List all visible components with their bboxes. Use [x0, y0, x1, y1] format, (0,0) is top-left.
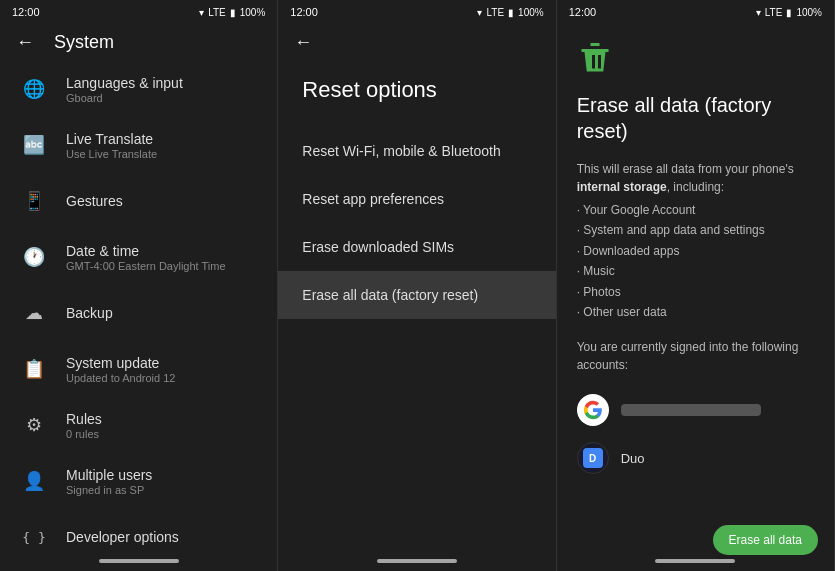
erase-description: This will erase all data from your phone… — [577, 160, 814, 196]
system-topbar: ← System — [0, 24, 277, 61]
live-translate-sublabel: Use Live Translate — [66, 148, 261, 160]
developer-options-text: Developer options — [66, 529, 261, 545]
back-button-1[interactable]: ← — [16, 32, 34, 53]
erase-all-data-item[interactable]: Erase all data (factory reset) — [278, 271, 555, 319]
languages-sublabel: Gboard — [66, 92, 261, 104]
signed-in-title: You are currently signed into the follow… — [577, 338, 814, 374]
system-settings-panel: 12:00 ▾ LTE ▮ 100% ← System 🌐 Languages … — [0, 0, 278, 571]
gestures-label: Gestures — [66, 193, 261, 209]
backup-text: Backup — [66, 305, 261, 321]
time-3: 12:00 — [569, 6, 597, 18]
time-2: 12:00 — [290, 6, 318, 18]
battery-level-3: 100% — [796, 7, 822, 18]
battery-icon-2: ▮ — [508, 7, 514, 18]
erase-list-item-1: · System and app data and settings — [577, 220, 814, 240]
erase-list-item-3: · Music — [577, 261, 814, 281]
signal-icon: LTE — [208, 7, 226, 18]
battery-level-2: 100% — [518, 7, 544, 18]
backup-label: Backup — [66, 305, 261, 321]
reset-options-title: Reset options — [278, 61, 555, 127]
multiple-users-label: Multiple users — [66, 467, 261, 483]
trash-icon-container — [577, 40, 814, 80]
settings-item-system-update[interactable]: 📋 System update Updated to Android 12 — [0, 341, 277, 397]
settings-list: 🌐 Languages & input Gboard 🔤 Live Transl… — [0, 61, 277, 551]
status-bar-3: 12:00 ▾ LTE ▮ 100% — [557, 0, 834, 24]
erase-desc-before: This will erase all data from your phone… — [577, 162, 794, 176]
multiple-users-sublabel: Signed in as SP — [66, 484, 261, 496]
duo-account-item: D Duo — [577, 434, 814, 482]
wifi-icon: ▾ — [199, 7, 204, 18]
reset-wifi-item[interactable]: Reset Wi-Fi, mobile & Bluetooth — [278, 127, 555, 175]
erase-list-item-4: · Photos — [577, 282, 814, 302]
rules-sublabel: 0 rules — [66, 428, 261, 440]
google-account-name — [621, 404, 761, 416]
wifi-icon-2: ▾ — [477, 7, 482, 18]
date-time-icon: 🕐 — [16, 239, 52, 275]
duo-logo: D — [577, 442, 609, 474]
settings-item-live-translate[interactable]: 🔤 Live Translate Use Live Translate — [0, 117, 277, 173]
live-translate-icon: 🔤 — [16, 127, 52, 163]
nav-indicator-3 — [655, 559, 735, 563]
system-update-sublabel: Updated to Android 12 — [66, 372, 261, 384]
status-bar-2: 12:00 ▾ LTE ▮ 100% — [278, 0, 555, 24]
erase-all-data-button[interactable]: Erase all data — [713, 525, 818, 555]
signal-icon-2: LTE — [486, 7, 504, 18]
settings-item-date-time[interactable]: 🕐 Date & time GMT-4:00 Eastern Daylight … — [0, 229, 277, 285]
google-account-item — [577, 386, 814, 434]
date-time-sublabel: GMT-4:00 Eastern Daylight Time — [66, 260, 261, 272]
multiple-users-text: Multiple users Signed in as SP — [66, 467, 261, 496]
multiple-users-icon: 👤 — [16, 463, 52, 499]
languages-icon: 🌐 — [16, 71, 52, 107]
reset-topbar: ← — [278, 24, 555, 61]
languages-text: Languages & input Gboard — [66, 75, 261, 104]
rules-label: Rules — [66, 411, 261, 427]
erase-desc-after: , including: — [667, 180, 724, 194]
duo-icon: D — [583, 448, 603, 468]
settings-item-multiple-users[interactable]: 👤 Multiple users Signed in as SP — [0, 453, 277, 509]
rules-text: Rules 0 rules — [66, 411, 261, 440]
reset-options-list: Reset Wi-Fi, mobile & Bluetooth Reset ap… — [278, 127, 555, 551]
settings-item-rules[interactable]: ⚙ Rules 0 rules — [0, 397, 277, 453]
erase-desc-bold: internal storage — [577, 180, 667, 194]
reset-app-preferences-item[interactable]: Reset app preferences — [278, 175, 555, 223]
rules-icon: ⚙ — [16, 407, 52, 443]
battery-icon: ▮ — [230, 7, 236, 18]
status-icons-3: ▾ LTE ▮ 100% — [756, 7, 822, 18]
reset-app-preferences-label: Reset app preferences — [302, 191, 444, 207]
erase-list-item-5: · Other user data — [577, 302, 814, 322]
languages-label: Languages & input — [66, 75, 261, 91]
backup-icon: ☁ — [16, 295, 52, 331]
google-g-icon — [583, 400, 603, 420]
date-time-label: Date & time — [66, 243, 261, 259]
erase-list-item-0: · Your Google Account — [577, 200, 814, 220]
system-update-icon: 📋 — [16, 351, 52, 387]
back-button-2[interactable]: ← — [294, 32, 312, 53]
erase-title: Erase all data (factory reset) — [577, 92, 814, 144]
developer-options-icon: { } — [16, 519, 52, 551]
nav-indicator-1 — [99, 559, 179, 563]
nav-indicator-2 — [377, 559, 457, 563]
trash-icon — [577, 40, 613, 76]
erase-content: Erase all data (factory reset) This will… — [557, 24, 834, 551]
erase-all-data-panel: 12:00 ▾ LTE ▮ 100% Erase all data (facto… — [557, 0, 835, 571]
erase-sims-item[interactable]: Erase downloaded SIMs — [278, 223, 555, 271]
duo-label: Duo — [621, 451, 645, 466]
settings-item-languages[interactable]: 🌐 Languages & input Gboard — [0, 61, 277, 117]
wifi-icon-3: ▾ — [756, 7, 761, 18]
status-icons-2: ▾ LTE ▮ 100% — [477, 7, 543, 18]
system-title: System — [54, 32, 114, 53]
live-translate-label: Live Translate — [66, 131, 261, 147]
settings-item-backup[interactable]: ☁ Backup — [0, 285, 277, 341]
settings-item-gestures[interactable]: 📱 Gestures — [0, 173, 277, 229]
live-translate-text: Live Translate Use Live Translate — [66, 131, 261, 160]
developer-options-label: Developer options — [66, 529, 261, 545]
settings-item-developer-options[interactable]: { } Developer options — [0, 509, 277, 551]
system-update-text: System update Updated to Android 12 — [66, 355, 261, 384]
battery-icon-3: ▮ — [786, 7, 792, 18]
erase-sims-label: Erase downloaded SIMs — [302, 239, 454, 255]
reset-options-panel: 12:00 ▾ LTE ▮ 100% ← Reset options Reset… — [278, 0, 556, 571]
erase-list: · Your Google Account · System and app d… — [577, 200, 814, 322]
google-logo — [577, 394, 609, 426]
erase-all-data-label: Erase all data (factory reset) — [302, 287, 478, 303]
status-icons-1: ▾ LTE ▮ 100% — [199, 7, 265, 18]
